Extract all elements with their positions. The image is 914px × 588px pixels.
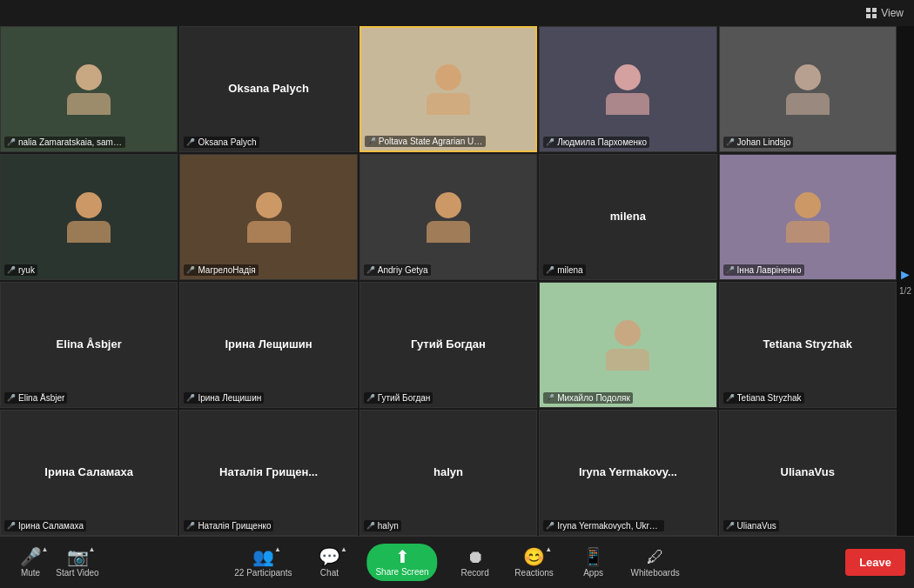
participant-label-andriy: 🎤Andriy Getya — [364, 264, 431, 276]
apps-icon: 📱 — [582, 548, 604, 565]
video-cell-tetiana[interactable]: Tetiana Stryzhak🎤Tetiana Stryzhak — [719, 282, 897, 408]
video-grid: 🎤nalia Zamaratskaia, samverkanslelc...Ok… — [0, 26, 897, 536]
chat-caret[interactable]: ▲ — [340, 546, 347, 553]
display-name-gutiy: Гутий Богдан — [411, 337, 486, 351]
page-indicator: 1/2 — [899, 286, 911, 296]
video-cell-natalia[interactable]: Наталія Грищен...🎤Наталія Грищенко — [179, 410, 357, 536]
scroll-next-icon[interactable]: ► — [898, 267, 912, 283]
video-cell-maryuk[interactable]: 🎤ryuk — [0, 154, 178, 280]
reactions-label: Reactions — [514, 568, 553, 578]
leave-button[interactable]: Leave — [845, 549, 905, 576]
display-name-iryna_lesh: Ірина Лещишин — [225, 337, 312, 351]
participant-label-lyudmila: 🎤Людмила Пархоменко — [543, 137, 649, 148]
video-cell-magrelo[interactable]: 🎤МагрелоНадія — [179, 154, 357, 280]
toolbar-left: 🎤 ▲ Mute 📷 ▲ Start Video — [9, 548, 99, 578]
video-cell-milena[interactable]: milena🎤milena — [539, 154, 716, 280]
participant-label-uliana: 🎤UlianaVus — [723, 520, 779, 531]
whiteboards-icon: 🖊 — [647, 548, 664, 565]
video-cell-iryna_sal[interactable]: Ірина Саламаха🎤Ірина Саламаха — [0, 410, 178, 536]
reactions-icon: 😊 ▲ — [523, 548, 545, 565]
participant-label-iryna_yer: 🎤Iryna Yermakovych, Ukraine — [543, 520, 664, 531]
participants-icon: 👥 ▲ — [252, 548, 274, 565]
record-icon: ⏺ — [467, 548, 484, 565]
video-cell-lyudmila[interactable]: 🎤Людмила Пархоменко — [539, 26, 716, 152]
display-name-iryna_yer: Iryna Yermakovy... — [579, 465, 677, 478]
reactions-caret[interactable]: ▲ — [545, 546, 552, 553]
display-name-natalia: Наталія Грищен... — [219, 465, 318, 478]
display-name-uliana: UlianaVus — [781, 465, 835, 478]
apps-label: Apps — [583, 568, 603, 578]
video-icon: 📷 ▲ — [67, 548, 89, 565]
view-button[interactable]: View — [866, 7, 904, 19]
participant-label-poltava: 🎤Poltava State Agrarian University — [365, 136, 486, 147]
chat-label: Chat — [320, 568, 339, 578]
video-cell-poltava[interactable]: 🎤Poltava State Agrarian University — [360, 26, 537, 152]
participants-caret[interactable]: ▲ — [274, 546, 281, 553]
participant-label-inna: 🎤Інна Лавріненко — [723, 264, 804, 276]
participant-label-tetiana: 🎤Tetiana Stryzhak — [723, 392, 804, 404]
participant-label-johan: 🎤Johan Lindsjo — [723, 137, 794, 148]
display-name-oksana: Oksana Palych — [228, 82, 309, 95]
whiteboards-label: Whiteboards — [631, 568, 680, 578]
participant-label-halyn: 🎤halyn — [364, 520, 401, 531]
record-label: Record — [460, 568, 488, 578]
mute-icon: 🎤 ▲ — [20, 548, 42, 565]
toolbar-center: 👥 ▲ 22 Participants 💬 ▲ Chat ⬆ Share Scr… — [234, 544, 679, 581]
grid-icon — [866, 8, 877, 18]
mute-caret[interactable]: ▲ — [42, 546, 49, 553]
apps-button[interactable]: 📱 Apps — [572, 548, 615, 578]
video-cell-inna[interactable]: 🎤Інна Лавріненко — [719, 154, 897, 280]
mute-label: Mute — [21, 568, 40, 578]
toolbar-right: Leave — [845, 549, 905, 576]
participant-label-iryna_sal: 🎤Ірина Саламаха — [4, 520, 86, 531]
video-cell-andriy[interactable]: 🎤Andriy Getya — [360, 154, 537, 280]
video-cell-oksana[interactable]: Oksana Palych🎤Oksana Palych — [179, 26, 357, 152]
video-cell-iryna_yer[interactable]: Iryna Yermakovy...🎤Iryna Yermakovych, Uk… — [539, 410, 716, 536]
chat-icon: 💬 ▲ — [319, 548, 340, 565]
participant-label-natalia: 🎤Наталія Грищенко — [184, 520, 273, 531]
display-name-halyn: halyn — [433, 465, 463, 478]
video-cell-mykhailo[interactable]: 🎤Михайло Подоляк — [539, 282, 716, 408]
record-button[interactable]: ⏺ Record — [454, 548, 497, 578]
mute-button[interactable]: 🎤 ▲ Mute — [9, 548, 52, 578]
reactions-button[interactable]: 😊 ▲ Reactions — [513, 548, 556, 578]
chat-button[interactable]: 💬 ▲ Chat — [307, 548, 351, 578]
video-cell-johan[interactable]: 🎤Johan Lindsjo — [719, 26, 897, 152]
start-video-label: Start Video — [56, 568, 98, 578]
share-screen-button[interactable]: ⬆ Share Screen — [366, 544, 437, 581]
participants-button[interactable]: 👥 ▲ 22 Participants — [234, 548, 292, 578]
display-name-elina: Elina Åsbjer — [57, 337, 122, 351]
participant-label-nalia: 🎤nalia Zamaratskaia, samverkanslelc... — [4, 137, 125, 148]
toolbar: 🎤 ▲ Mute 📷 ▲ Start Video 👥 ▲ 22 Particip… — [0, 536, 914, 588]
top-bar: View — [0, 0, 914, 26]
video-cell-elina[interactable]: Elina Åsbjer🎤Elina Åsbjer — [0, 282, 178, 408]
participant-label-oksana: 🎤Oksana Palych — [184, 137, 259, 148]
participants-label: 22 Participants — [234, 568, 292, 578]
participant-label-milena: 🎤milena — [543, 264, 585, 276]
share-screen-icon: ⬆ — [395, 548, 410, 565]
video-cell-uliana[interactable]: UlianaVus🎤UlianaVus — [719, 410, 897, 536]
display-name-milena: milena — [610, 210, 646, 223]
whiteboards-button[interactable]: 🖊 Whiteboards — [631, 548, 680, 578]
participant-label-mykhailo: 🎤Михайло Подоляк — [543, 392, 633, 404]
share-screen-label: Share Screen — [375, 567, 428, 577]
start-video-button[interactable]: 📷 ▲ Start Video — [56, 548, 99, 578]
participant-label-elina: 🎤Elina Åsbjer — [4, 392, 67, 404]
video-cell-gutiy[interactable]: Гутий Богдан🎤Гутий Богдан — [360, 282, 537, 408]
video-cell-halyn[interactable]: halyn🎤halyn — [360, 410, 537, 536]
participant-label-gutiy: 🎤Гутий Богдан — [364, 392, 433, 404]
video-cell-iryna_lesh[interactable]: Ірина Лещишин🎤Ірина Лещишин — [179, 282, 357, 408]
display-name-iryna_sal: Ірина Саламаха — [44, 465, 133, 478]
participant-label-magrelo: 🎤МагрелоНадія — [184, 264, 258, 276]
view-label: View — [881, 7, 904, 19]
scroll-area: ► 1/2 — [897, 26, 914, 536]
display-name-tetiana: Tetiana Stryzhak — [763, 337, 852, 351]
participant-label-iryna_lesh: 🎤Ірина Лещишин — [184, 392, 264, 404]
video-cell-nalia[interactable]: 🎤nalia Zamaratskaia, samverkanslelc... — [0, 26, 178, 152]
video-caret[interactable]: ▲ — [89, 546, 96, 553]
participant-label-maryuk: 🎤ryuk — [4, 264, 37, 276]
